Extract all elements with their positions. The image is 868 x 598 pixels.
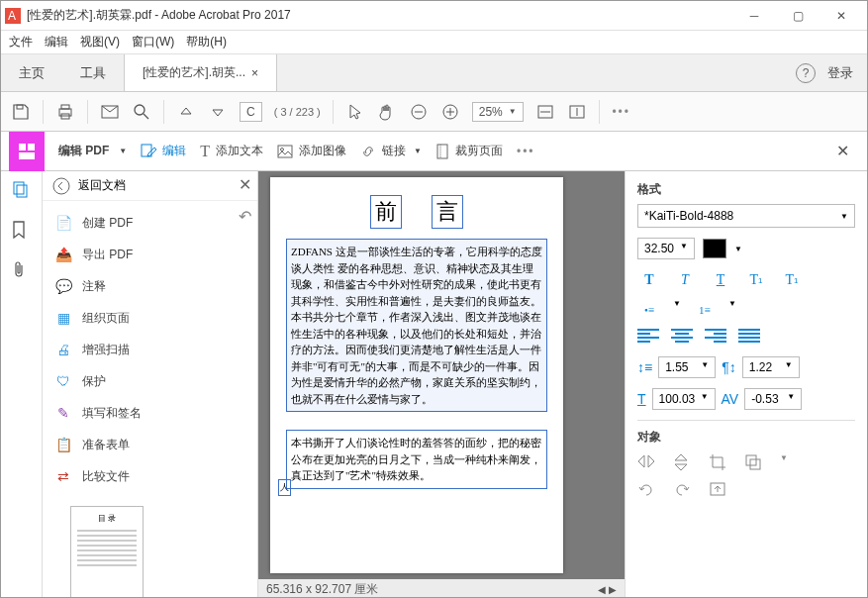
print-icon[interactable]: [55, 102, 75, 122]
replace-icon[interactable]: [709, 481, 730, 501]
tool-item[interactable]: ✎填写和签名: [43, 397, 257, 429]
svg-point-23: [281, 148, 284, 150]
menu-file[interactable]: 文件: [9, 34, 33, 50]
add-text-button[interactable]: T添加文本: [200, 143, 263, 160]
small-text-box[interactable]: 人: [278, 479, 291, 496]
align-left-button[interactable]: [637, 329, 659, 347]
page-down-icon[interactable]: [208, 102, 228, 122]
font-select[interactable]: *KaiTi-Bold-4888▼: [637, 204, 855, 228]
hand-icon[interactable]: [377, 102, 397, 122]
more-icon[interactable]: •••: [612, 102, 631, 122]
edit-mode-icon[interactable]: [9, 132, 45, 171]
svg-text:A: A: [8, 9, 16, 23]
bookmark-icon[interactable]: [12, 221, 32, 241]
superscript-button[interactable]: T1: [744, 269, 768, 291]
mail-icon[interactable]: [100, 102, 120, 122]
maximize-button[interactable]: ▢: [776, 2, 820, 30]
tool-icon: 📤: [54, 246, 72, 263]
tab-home[interactable]: 主页: [1, 54, 62, 91]
tool-item[interactable]: 📤导出 PDF: [43, 239, 257, 270]
svg-rect-30: [750, 459, 760, 469]
menu-window[interactable]: 窗口(W): [132, 34, 174, 50]
bullet-list-button[interactable]: •≡: [637, 299, 661, 321]
login-link[interactable]: 登录: [827, 64, 853, 82]
panel-close-icon[interactable]: ✕: [239, 175, 251, 194]
flip-v-icon[interactable]: [673, 453, 695, 473]
tool-label: 比较文件: [82, 468, 130, 485]
undo-icon[interactable]: ↶: [239, 207, 251, 226]
page-up-icon[interactable]: [176, 102, 196, 122]
status-bar: 65.316 x 92.707 厘米 ◀ ▶: [258, 579, 625, 598]
crop-button[interactable]: 裁剪页面: [435, 143, 503, 159]
tool-item[interactable]: 📄创建 PDF: [43, 207, 257, 239]
page-thumbnail[interactable]: 目 录: [70, 506, 144, 598]
rotate-cw-icon[interactable]: [673, 481, 695, 501]
number-list-button[interactable]: 1≡: [693, 299, 717, 321]
menu-edit[interactable]: 编辑: [45, 34, 68, 50]
para-spacing-input[interactable]: 1.22▼: [742, 356, 800, 378]
tab-document[interactable]: [性爱的艺术].胡英...×: [124, 54, 277, 91]
svg-rect-26: [14, 182, 24, 194]
tool-item[interactable]: ⇄比较文件: [43, 460, 257, 492]
para-spacing-icon: ¶↕: [722, 359, 736, 375]
tracking-input[interactable]: -0.53▼: [744, 388, 802, 410]
zoom-out-icon[interactable]: [409, 102, 429, 122]
tool-label: 填写和签名: [82, 405, 142, 422]
tool-item[interactable]: 🛡保护: [43, 365, 257, 397]
text-block[interactable]: ZDFANS 这是一部谈性生活的专著，它用科学的态度谈人类性 爱的各种思想、意识…: [286, 239, 547, 412]
attachment-icon[interactable]: [12, 260, 32, 280]
thumbnails-icon[interactable]: [12, 181, 32, 201]
tab-tools[interactable]: 工具: [62, 54, 124, 91]
arrange-icon[interactable]: [744, 453, 766, 473]
back-arrow-icon: [52, 177, 70, 195]
minimize-button[interactable]: ─: [732, 2, 776, 30]
heading-char[interactable]: 言: [432, 195, 463, 229]
color-swatch[interactable]: [703, 239, 726, 258]
edit-button[interactable]: 编辑: [141, 143, 186, 159]
tool-item[interactable]: 🖨增强扫描: [43, 334, 257, 365]
tool-label: 保护: [82, 373, 106, 390]
help-icon[interactable]: ?: [796, 63, 816, 83]
tool-item[interactable]: 💬注释: [43, 270, 257, 302]
heading-char[interactable]: 前: [370, 195, 402, 229]
bold-button[interactable]: T: [637, 269, 661, 291]
align-right-button[interactable]: [705, 329, 726, 347]
fit-width-icon[interactable]: [535, 102, 555, 122]
svg-rect-22: [278, 146, 292, 157]
close-window-button[interactable]: ✕: [820, 2, 863, 30]
zoom-in-icon[interactable]: [440, 102, 460, 122]
page-input[interactable]: C: [240, 102, 262, 122]
crop-obj-icon[interactable]: [709, 453, 730, 473]
align-center-button[interactable]: [671, 329, 693, 347]
link-button[interactable]: 链接▼: [360, 143, 422, 159]
zoom-select[interactable]: 25%▼: [472, 102, 524, 122]
italic-button[interactable]: T: [673, 269, 697, 291]
document-view[interactable]: 前言 ZDFANS 这是一部谈性生活的专著，它用科学的态度谈人类性 爱的各种思想…: [258, 171, 625, 598]
pointer-icon[interactable]: [345, 102, 365, 122]
search-icon[interactable]: [132, 102, 151, 122]
menu-help[interactable]: 帮助(H): [186, 34, 227, 50]
hscale-input[interactable]: 100.03▼: [652, 388, 716, 410]
tool-item[interactable]: ▦组织页面: [43, 302, 257, 334]
rotate-ccw-icon[interactable]: [637, 481, 659, 501]
line-spacing-input[interactable]: 1.55▼: [658, 356, 716, 378]
underline-button[interactable]: T: [709, 269, 732, 291]
format-panel: 格式 *KaiTi-Bold-4888▼ 32.50▼ ▼ T T T T1 T…: [625, 171, 867, 598]
align-justify-button[interactable]: [738, 329, 760, 347]
add-image-button[interactable]: 添加图像: [277, 143, 346, 159]
tools-panel: 返回文档 ✕ ↶ 📄创建 PDF📤导出 PDF💬注释▦组织页面🖨增强扫描🛡保护✎…: [43, 171, 258, 598]
tool-item[interactable]: 📋准备表单: [43, 429, 257, 460]
text-block[interactable]: 本书撕开了人们谈论性时的羞答答的面纱，把的秘密公布在更加光亮的日月之下，当成一种…: [286, 430, 547, 489]
fit-page-icon[interactable]: [567, 102, 587, 122]
close-editbar-icon[interactable]: ✕: [836, 142, 849, 160]
tab-close-icon[interactable]: ×: [251, 66, 258, 80]
save-icon[interactable]: [11, 102, 31, 122]
flip-h-icon[interactable]: [637, 453, 659, 473]
menu-view[interactable]: 视图(V): [80, 34, 120, 50]
edit-more-icon[interactable]: •••: [517, 145, 535, 158]
object-heading: 对象: [637, 429, 855, 446]
panel-back[interactable]: 返回文档: [43, 171, 257, 201]
subscript-button[interactable]: T1: [780, 269, 804, 291]
tab-bar: 主页 工具 [性爱的艺术].胡英...× ? 登录: [1, 54, 867, 92]
font-size-input[interactable]: 32.50▼: [637, 238, 695, 259]
